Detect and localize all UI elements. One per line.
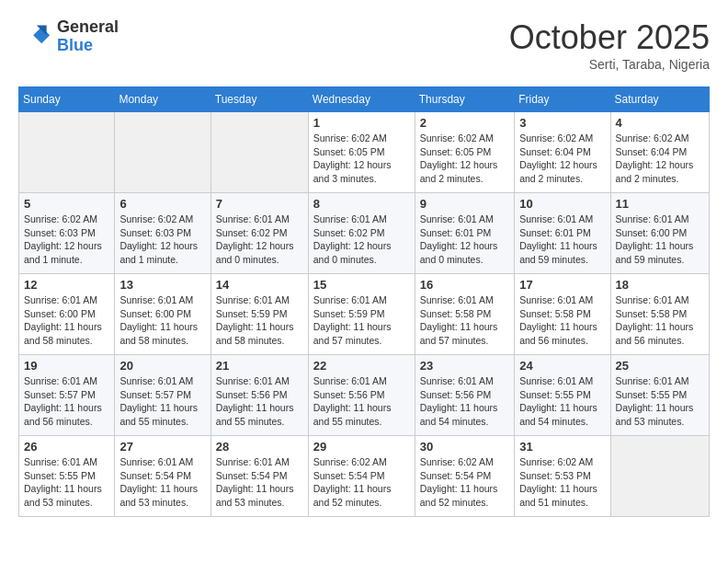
location-subtitle: Serti, Taraba, Nigeria xyxy=(509,57,710,72)
calendar-cell: 30Sunrise: 6:02 AMSunset: 5:54 PMDayligh… xyxy=(415,436,514,517)
day-number: 5 xyxy=(24,197,109,211)
calendar-cell: 4Sunrise: 6:02 AMSunset: 6:04 PMDaylight… xyxy=(610,112,709,193)
calendar-cell: 8Sunrise: 6:01 AMSunset: 6:02 PMDaylight… xyxy=(308,193,415,274)
day-number: 18 xyxy=(616,278,704,292)
day-number: 16 xyxy=(420,278,509,292)
calendar-week-row: 19Sunrise: 6:01 AMSunset: 5:57 PMDayligh… xyxy=(19,355,710,436)
day-info: Sunrise: 6:01 AMSunset: 6:00 PMDaylight:… xyxy=(119,293,205,348)
calendar-cell: 27Sunrise: 6:01 AMSunset: 5:54 PMDayligh… xyxy=(115,436,210,517)
day-number: 9 xyxy=(420,197,509,211)
day-number: 30 xyxy=(420,440,509,454)
day-info: Sunrise: 6:01 AMSunset: 6:00 PMDaylight:… xyxy=(616,213,704,267)
calendar-week-row: 12Sunrise: 6:01 AMSunset: 6:00 PMDayligh… xyxy=(19,274,710,355)
weekday-header-monday: Monday xyxy=(115,87,210,112)
calendar-cell xyxy=(210,112,308,193)
calendar-cell xyxy=(19,112,115,193)
day-number: 31 xyxy=(519,440,605,454)
calendar-cell: 18Sunrise: 6:01 AMSunset: 5:58 PMDayligh… xyxy=(610,274,709,355)
calendar-cell: 2Sunrise: 6:02 AMSunset: 6:05 PMDaylight… xyxy=(415,112,514,193)
day-info: Sunrise: 6:02 AMSunset: 6:04 PMDaylight:… xyxy=(616,132,704,186)
calendar-week-row: 5Sunrise: 6:02 AMSunset: 6:03 PMDaylight… xyxy=(19,193,710,274)
weekday-header-wednesday: Wednesday xyxy=(308,87,415,112)
day-number: 27 xyxy=(119,440,205,454)
day-number: 22 xyxy=(313,359,410,373)
calendar-cell: 1Sunrise: 6:02 AMSunset: 6:05 PMDaylight… xyxy=(308,112,415,193)
page-header: General Blue October 2025 Serti, Taraba,… xyxy=(18,18,710,72)
calendar-table: SundayMondayTuesdayWednesdayThursdayFrid… xyxy=(18,86,710,517)
weekday-header-friday: Friday xyxy=(515,87,610,112)
day-number: 20 xyxy=(119,359,205,373)
day-info: Sunrise: 6:01 AMSunset: 5:55 PMDaylight:… xyxy=(24,455,109,510)
day-info: Sunrise: 6:01 AMSunset: 5:57 PMDaylight:… xyxy=(24,374,109,429)
day-number: 1 xyxy=(313,116,410,130)
day-number: 24 xyxy=(519,359,605,373)
day-info: Sunrise: 6:01 AMSunset: 6:01 PMDaylight:… xyxy=(519,213,605,267)
day-number: 28 xyxy=(216,440,303,454)
day-info: Sunrise: 6:02 AMSunset: 5:54 PMDaylight:… xyxy=(313,455,410,510)
day-info: Sunrise: 6:02 AMSunset: 6:05 PMDaylight:… xyxy=(420,132,509,186)
calendar-cell: 9Sunrise: 6:01 AMSunset: 6:01 PMDaylight… xyxy=(415,193,514,274)
day-info: Sunrise: 6:01 AMSunset: 5:54 PMDaylight:… xyxy=(119,455,205,510)
day-info: Sunrise: 6:01 AMSunset: 5:59 PMDaylight:… xyxy=(313,293,410,348)
calendar-cell: 12Sunrise: 6:01 AMSunset: 6:00 PMDayligh… xyxy=(19,274,115,355)
title-block: October 2025 Serti, Taraba, Nigeria xyxy=(509,18,710,72)
day-info: Sunrise: 6:01 AMSunset: 5:56 PMDaylight:… xyxy=(216,374,303,429)
day-info: Sunrise: 6:01 AMSunset: 5:58 PMDaylight:… xyxy=(616,293,704,348)
day-number: 3 xyxy=(519,116,605,130)
month-title: October 2025 xyxy=(509,18,710,57)
day-info: Sunrise: 6:01 AMSunset: 6:02 PMDaylight:… xyxy=(216,213,303,267)
calendar-cell: 23Sunrise: 6:01 AMSunset: 5:56 PMDayligh… xyxy=(415,355,514,436)
day-number: 8 xyxy=(313,197,410,211)
calendar-cell: 6Sunrise: 6:02 AMSunset: 6:03 PMDaylight… xyxy=(115,193,210,274)
calendar-week-row: 26Sunrise: 6:01 AMSunset: 5:55 PMDayligh… xyxy=(19,436,710,517)
day-number: 14 xyxy=(216,278,303,292)
calendar-cell: 21Sunrise: 6:01 AMSunset: 5:56 PMDayligh… xyxy=(210,355,308,436)
calendar-cell: 19Sunrise: 6:01 AMSunset: 5:57 PMDayligh… xyxy=(19,355,115,436)
weekday-header-row: SundayMondayTuesdayWednesdayThursdayFrid… xyxy=(19,87,710,112)
day-info: Sunrise: 6:01 AMSunset: 5:59 PMDaylight:… xyxy=(216,293,303,348)
calendar-cell: 28Sunrise: 6:01 AMSunset: 5:54 PMDayligh… xyxy=(210,436,308,517)
weekday-header-thursday: Thursday xyxy=(415,87,514,112)
calendar-cell xyxy=(610,436,709,517)
day-number: 26 xyxy=(24,440,109,454)
calendar-cell: 20Sunrise: 6:01 AMSunset: 5:57 PMDayligh… xyxy=(115,355,210,436)
day-info: Sunrise: 6:01 AMSunset: 5:55 PMDaylight:… xyxy=(616,374,704,429)
day-info: Sunrise: 6:02 AMSunset: 5:54 PMDaylight:… xyxy=(420,455,509,510)
day-info: Sunrise: 6:02 AMSunset: 6:03 PMDaylight:… xyxy=(119,213,205,267)
logo: General Blue xyxy=(18,18,119,55)
day-number: 17 xyxy=(519,278,605,292)
calendar-cell: 14Sunrise: 6:01 AMSunset: 5:59 PMDayligh… xyxy=(210,274,308,355)
day-info: Sunrise: 6:01 AMSunset: 6:01 PMDaylight:… xyxy=(420,213,509,267)
logo-blue-text: Blue xyxy=(57,37,119,55)
calendar-cell: 26Sunrise: 6:01 AMSunset: 5:55 PMDayligh… xyxy=(19,436,115,517)
day-info: Sunrise: 6:02 AMSunset: 5:53 PMDaylight:… xyxy=(519,455,605,510)
calendar-cell: 13Sunrise: 6:01 AMSunset: 6:00 PMDayligh… xyxy=(115,274,210,355)
calendar-cell: 10Sunrise: 6:01 AMSunset: 6:01 PMDayligh… xyxy=(515,193,610,274)
day-number: 21 xyxy=(216,359,303,373)
calendar-cell: 25Sunrise: 6:01 AMSunset: 5:55 PMDayligh… xyxy=(610,355,709,436)
day-number: 13 xyxy=(119,278,205,292)
logo-general-text: General xyxy=(57,18,119,37)
day-info: Sunrise: 6:01 AMSunset: 5:57 PMDaylight:… xyxy=(119,374,205,429)
day-number: 6 xyxy=(119,197,205,211)
calendar-header: SundayMondayTuesdayWednesdayThursdayFrid… xyxy=(19,87,710,112)
weekday-header-tuesday: Tuesday xyxy=(210,87,308,112)
calendar-cell: 31Sunrise: 6:02 AMSunset: 5:53 PMDayligh… xyxy=(515,436,610,517)
calendar-cell: 22Sunrise: 6:01 AMSunset: 5:56 PMDayligh… xyxy=(308,355,415,436)
day-info: Sunrise: 6:02 AMSunset: 6:03 PMDaylight:… xyxy=(24,213,109,267)
day-number: 23 xyxy=(420,359,509,373)
calendar-cell xyxy=(115,112,210,193)
weekday-header-sunday: Sunday xyxy=(19,87,115,112)
calendar-cell: 17Sunrise: 6:01 AMSunset: 5:58 PMDayligh… xyxy=(515,274,610,355)
day-info: Sunrise: 6:01 AMSunset: 5:54 PMDaylight:… xyxy=(216,455,303,510)
day-info: Sunrise: 6:02 AMSunset: 6:04 PMDaylight:… xyxy=(519,132,605,186)
day-info: Sunrise: 6:01 AMSunset: 6:00 PMDaylight:… xyxy=(24,293,109,348)
day-number: 15 xyxy=(313,278,410,292)
day-number: 2 xyxy=(420,116,509,130)
day-number: 19 xyxy=(24,359,109,373)
day-info: Sunrise: 6:01 AMSunset: 6:02 PMDaylight:… xyxy=(313,213,410,267)
day-number: 10 xyxy=(519,197,605,211)
day-number: 11 xyxy=(616,197,704,211)
calendar-cell: 16Sunrise: 6:01 AMSunset: 5:58 PMDayligh… xyxy=(415,274,514,355)
day-info: Sunrise: 6:02 AMSunset: 6:05 PMDaylight:… xyxy=(313,132,410,186)
